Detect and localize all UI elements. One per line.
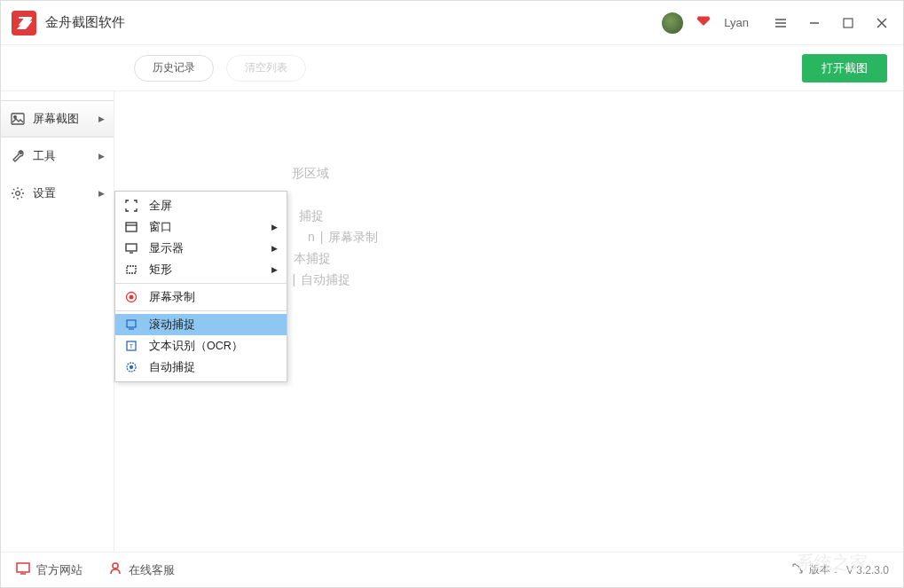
sidebar-item-label: 设置 [33, 185, 56, 201]
submenu-item-fullscreen[interactable]: 全屏 [115, 195, 287, 216]
chevron-right-icon: ▶ [271, 223, 278, 231]
shortcut-sep: | [320, 226, 324, 247]
footer: 官方网站 在线客服 版本： V 3.2.3.0 系统之家 [1, 552, 903, 587]
chevron-right-icon: ▶ [98, 152, 105, 161]
clear-list-button[interactable]: 清空列表 [226, 55, 306, 82]
svg-point-26 [113, 563, 118, 568]
chevron-right-icon: ▶ [271, 265, 278, 274]
monitor-icon [124, 241, 138, 255]
submenu-label: 矩形 [149, 263, 172, 278]
window-icon [124, 220, 138, 234]
sidebar: 屏幕截图 ▶ 工具 ▶ 设置 ▶ [1, 91, 114, 552]
shortcut-text: 捕捉 [299, 205, 903, 226]
avatar[interactable] [662, 12, 683, 34]
shortcut-text: 自动捕捉 [301, 269, 350, 290]
body: 屏幕截图 ▶ 工具 ▶ 设置 ▶ 形区域 捕捉 n | 屏幕录制 本捕捉 Shi… [1, 91, 903, 552]
close-button[interactable] [871, 12, 892, 34]
app-title: 金舟截图软件 [45, 14, 662, 31]
separator [115, 310, 287, 311]
open-screenshot-button[interactable]: 打开截图 [802, 54, 887, 82]
chevron-right-icon: ▶ [98, 114, 105, 123]
svg-rect-15 [127, 266, 136, 273]
submenu-label: 滚动捕捉 [149, 318, 195, 333]
svg-point-8 [14, 116, 17, 119]
record-icon [124, 290, 138, 304]
shortcut-text: 形区域 [292, 162, 903, 184]
sidebar-item-screenshot[interactable]: 屏幕截图 ▶ [1, 100, 114, 137]
submenu-item-ocr[interactable]: T 文本识别（OCR） [115, 335, 287, 357]
submenu-label: 窗口 [149, 220, 172, 235]
support-icon [107, 561, 123, 579]
version-info: 版本： V 3.2.3.0 [791, 562, 889, 577]
svg-rect-18 [127, 320, 136, 327]
footer-label: 在线客服 [129, 562, 175, 578]
auto-capture-icon [124, 360, 138, 374]
minimize-button[interactable] [804, 12, 825, 34]
submenu-item-auto-capture[interactable]: 自动捕捉 [115, 357, 287, 378]
shortcut-text: n [308, 226, 315, 247]
svg-point-17 [130, 295, 134, 300]
svg-point-10 [16, 192, 20, 196]
svg-text:T: T [130, 343, 134, 349]
chevron-right-icon: ▶ [271, 244, 278, 253]
footer-label: 官方网站 [36, 562, 83, 578]
sidebar-item-label: 工具 [33, 148, 56, 164]
svg-rect-11 [126, 223, 137, 231]
app-logo [12, 11, 36, 35]
svg-rect-4 [844, 19, 853, 27]
chevron-right-icon: ▶ [98, 189, 105, 198]
screenshot-submenu: 全屏 窗口 ▶ 显示器 ▶ 矩形 ▶ 屏幕录制 滚动捕捉 T 文本识别 [114, 191, 287, 382]
submenu-item-monitor[interactable]: 显示器 ▶ [115, 238, 287, 259]
history-button[interactable]: 历史记录 [134, 55, 214, 82]
submenu-label: 全屏 [149, 199, 172, 214]
shortcut-text: 屏幕录制 [328, 226, 378, 247]
rectangle-icon [124, 263, 138, 277]
update-icon [791, 562, 804, 577]
submenu-item-scroll-capture[interactable]: 滚动捕捉 [115, 314, 287, 335]
svg-rect-7 [12, 114, 24, 124]
separator [115, 283, 287, 284]
toolbar: 历史记录 清空列表 打开截图 [1, 45, 903, 91]
sidebar-item-tools[interactable]: 工具 ▶ [1, 137, 114, 175]
wrench-icon [10, 148, 26, 164]
svg-point-23 [130, 366, 133, 369]
image-icon [10, 111, 26, 127]
submenu-label: 自动捕捉 [149, 360, 195, 375]
fullscreen-icon [124, 199, 138, 213]
submenu-item-window[interactable]: 窗口 ▶ [115, 216, 287, 238]
maximize-button[interactable] [837, 12, 859, 34]
menu-button[interactable] [770, 12, 791, 34]
svg-rect-24 [17, 563, 29, 572]
submenu-label: 显示器 [149, 241, 184, 256]
shortcut-sep: | [293, 269, 296, 290]
official-site-link[interactable]: 官方网站 [15, 561, 83, 579]
username[interactable]: Lyan [724, 16, 749, 29]
svg-rect-13 [126, 244, 137, 251]
shortcut-text: 本捕捉 [294, 247, 903, 269]
submenu-label: 文本识别（OCR） [149, 339, 243, 354]
scroll-capture-icon [124, 318, 138, 332]
submenu-item-rectangle[interactable]: 矩形 ▶ [115, 259, 287, 280]
site-icon [15, 561, 31, 579]
vip-diamond-icon[interactable] [696, 12, 711, 33]
submenu-label: 屏幕录制 [149, 290, 195, 305]
gear-icon [10, 185, 26, 201]
titlebar: 金舟截图软件 Lyan [1, 1, 903, 45]
sidebar-item-label: 屏幕截图 [33, 111, 79, 127]
sidebar-item-settings[interactable]: 设置 ▶ [1, 175, 114, 212]
submenu-item-record[interactable]: 屏幕录制 [115, 286, 287, 308]
svg-point-9 [20, 153, 22, 154]
support-link[interactable]: 在线客服 [107, 561, 175, 579]
ocr-icon: T [124, 339, 138, 353]
